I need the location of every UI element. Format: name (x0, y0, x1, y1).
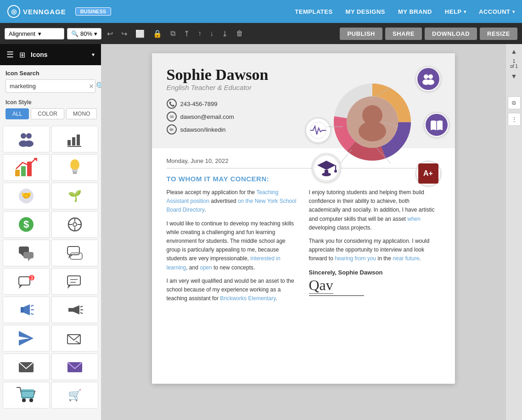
nav-templates[interactable]: TEMPLATES (295, 8, 332, 15)
zoom-icon: 🔍 (71, 30, 79, 37)
list-item[interactable] (3, 154, 50, 181)
sig-underline (309, 295, 364, 297)
svg-rect-59 (21, 389, 34, 398)
move-bottom-button[interactable]: ⤓ (219, 28, 230, 40)
sidebar: ☰ ⊞ Icons ▾ Icon Search ✕ 🔍 Icon Style A… (0, 44, 101, 420)
undo-button[interactable]: ↩ (104, 28, 116, 40)
chart-node-left (305, 118, 331, 143)
list-item[interactable] (3, 382, 50, 409)
resume-para-1: Please accept my application for the Tea… (167, 188, 298, 215)
list-item[interactable] (3, 240, 50, 266)
svg-point-60 (22, 398, 26, 402)
svg-point-12 (70, 159, 79, 170)
list-item[interactable] (3, 297, 50, 323)
move-top-button[interactable]: ⤒ (181, 28, 192, 40)
zoom-select[interactable]: 🔍 80% ▾ (67, 28, 101, 39)
chart-node-bottom-left (312, 153, 341, 183)
list-item[interactable] (3, 353, 50, 380)
search-box: ✕ 🔍 (6, 79, 95, 93)
sidebar-icons-grid-icon: ⊞ (19, 50, 25, 59)
icon-style-section: Icon Style ALL COLOR MONO (0, 95, 101, 123)
list-item[interactable]: 🤝 (3, 183, 50, 209)
download-button[interactable]: DOWNLOAD (425, 28, 477, 40)
style-all-button[interactable]: ALL (6, 108, 29, 119)
frame-button[interactable]: ⬜ (133, 28, 147, 40)
canvas-area[interactable]: Sophie Dawson English Teacher & Educator… (101, 44, 505, 420)
panel-copy-button[interactable]: ⧉ (508, 96, 521, 109)
svg-line-44 (31, 305, 34, 306)
page-number: 1 of 1 (510, 59, 518, 69)
search-icon[interactable]: 🔍 (96, 82, 101, 90)
svg-marker-39 (67, 285, 71, 289)
share-button[interactable]: SHARE (385, 28, 422, 40)
document-card: Sophie Dawson English Teacher & Educator… (152, 53, 455, 384)
clear-search-icon[interactable]: ✕ (89, 83, 94, 90)
list-item[interactable] (51, 297, 98, 323)
publish-button[interactable]: PUBLISH (340, 28, 382, 40)
list-item[interactable]: 3 (3, 268, 50, 295)
svg-rect-13 (72, 169, 78, 171)
delete-button[interactable]: 🗑 (233, 28, 246, 39)
redo-button[interactable]: ↪ (118, 28, 130, 40)
scroll-down-button[interactable]: ▼ (511, 73, 517, 80)
chart-node-right (424, 112, 449, 138)
resize-button[interactable]: RESIZE (480, 28, 517, 40)
svg-rect-43 (21, 307, 23, 313)
nav-my-brand[interactable]: MY BRAND (398, 8, 432, 15)
logo: ◎ VENNGAGE (7, 5, 66, 18)
list-item[interactable]: 🛒 (51, 382, 98, 409)
list-item[interactable] (51, 154, 98, 181)
node-icon-group (417, 68, 439, 90)
sidebar-expand-icon[interactable]: ▾ (92, 51, 95, 58)
style-color-button[interactable]: COLOR (31, 108, 64, 119)
svg-point-3 (24, 140, 34, 147)
svg-line-46 (31, 314, 34, 314)
svg-text:3: 3 (30, 275, 33, 280)
list-item[interactable] (51, 268, 98, 295)
lock-button[interactable]: 🔒 (150, 28, 165, 40)
donut-chart (326, 76, 418, 168)
resume-col-left: Please accept my application for the Tea… (167, 188, 298, 308)
zoom-label: 80% (80, 30, 92, 37)
node-icon-pulse (309, 122, 327, 139)
nav-help[interactable]: HELP ▾ (445, 8, 466, 15)
list-item[interactable]: 🌱 (51, 183, 98, 209)
list-item[interactable] (3, 126, 50, 152)
panel-more-button[interactable]: ⋮ (508, 113, 521, 126)
svg-text:$: $ (23, 218, 29, 230)
nav-account[interactable]: ACCOUNT ▾ (479, 8, 515, 15)
svg-marker-47 (68, 305, 79, 314)
chart-node-top-right (415, 66, 441, 92)
list-item[interactable] (51, 240, 98, 266)
svg-marker-30 (28, 258, 31, 261)
icon-grid-container[interactable]: 🤝 🌱 $ (0, 123, 101, 420)
chart-area: A+ (299, 62, 446, 200)
business-badge[interactable]: BUSINESS (75, 7, 111, 16)
svg-text:🤝: 🤝 (21, 190, 32, 201)
search-input[interactable] (10, 83, 87, 90)
svg-rect-31 (67, 246, 79, 255)
alignment-label: Alignment (9, 30, 35, 37)
move-up-button[interactable]: ↑ (195, 28, 204, 39)
style-mono-button[interactable]: MONO (66, 108, 97, 119)
linkedin-text: sdawson/linkedin (180, 126, 226, 133)
list-item[interactable] (51, 353, 98, 380)
sig-name: Sincerely, Sophie Dawson (309, 269, 440, 276)
hamburger-icon[interactable]: ☰ (6, 50, 14, 60)
resume-para-3: I am very well qualified and would be an… (167, 277, 298, 303)
copy-button[interactable]: ⧉ (168, 28, 178, 39)
svg-rect-33 (70, 253, 82, 259)
svg-marker-28 (21, 254, 23, 257)
list-item[interactable] (51, 325, 98, 352)
list-item[interactable] (3, 325, 50, 352)
list-item[interactable] (51, 126, 98, 152)
svg-rect-4 (67, 140, 71, 146)
svg-rect-29 (23, 252, 34, 258)
nav-my-designs[interactable]: MY DESIGNS (346, 8, 385, 15)
icon-search-section: Icon Search ✕ 🔍 (0, 65, 101, 95)
scroll-up-button[interactable]: ▲ (511, 48, 517, 55)
move-down-button[interactable]: ↓ (207, 28, 216, 39)
list-item[interactable]: $ (3, 211, 50, 238)
list-item[interactable] (51, 211, 98, 238)
alignment-select[interactable]: Alignment ▾ (5, 28, 64, 39)
